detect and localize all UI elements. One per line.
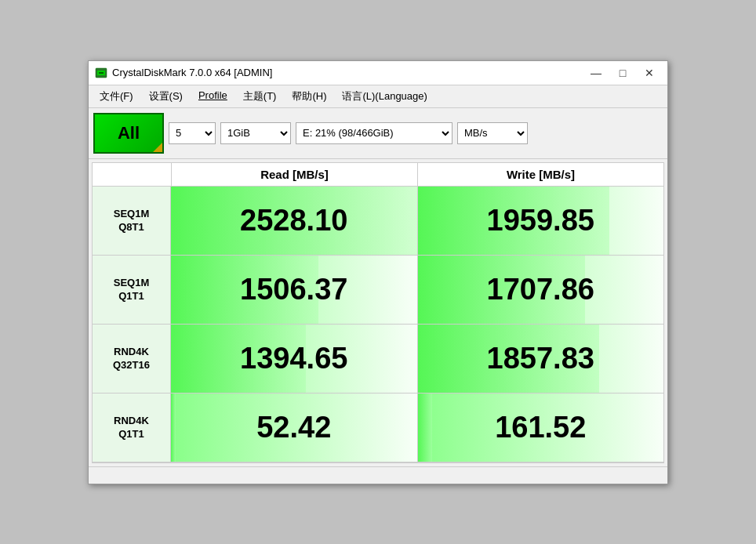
menubar: 文件(F) 设置(S) Profile 主题(T) 帮助(H) 语言(L)(La… (89, 85, 667, 108)
content-area: Read [MB/s] Write [MB/s] SEQ1M Q8T1 2528… (92, 162, 664, 463)
read-value-0: 2528.10 (240, 204, 347, 238)
read-value-1: 1506.37 (240, 273, 347, 306)
read-bar-3 (171, 393, 176, 462)
row-label-2: RND4K Q32T16 (93, 325, 171, 393)
titlebar-left: CrystalDiskMark 7.0.0 x64 [ADMIN] (95, 67, 272, 79)
menu-language[interactable]: 语言(L)(Language) (334, 87, 434, 106)
menu-profile[interactable]: Profile (191, 87, 235, 106)
row-write-2: 1857.83 (418, 325, 664, 393)
row-label-1: SEQ1M Q1T1 (93, 256, 171, 324)
label-line1-1: SEQ1M (114, 277, 150, 288)
label-line2-3: Q1T1 (118, 428, 144, 440)
row-read-3: 52.42 (171, 393, 418, 462)
table-row: RND4K Q32T16 1394.65 1857.83 (93, 325, 663, 393)
row-write-0: 1959.85 (418, 187, 664, 255)
label-line2-0: Q8T1 (118, 221, 144, 233)
row-label-3: RND4K Q1T1 (93, 393, 171, 462)
size-select[interactable]: 1GiB 512MiB 256MiB 4GiB (220, 122, 291, 144)
write-value-1: 1707.86 (487, 273, 594, 306)
row-read-0: 2528.10 (171, 187, 418, 255)
all-button[interactable]: All (93, 113, 164, 154)
write-value-0: 1959.85 (487, 204, 594, 238)
table-row: SEQ1M Q1T1 1506.37 1707.86 (93, 256, 663, 325)
row-write-3: 161.52 (418, 393, 664, 462)
row-read-2: 1394.65 (171, 325, 418, 393)
row-read-1: 1506.37 (171, 256, 418, 324)
titlebar: CrystalDiskMark 7.0.0 x64 [ADMIN] — □ ✕ (89, 61, 667, 85)
write-value-3: 161.52 (495, 411, 586, 444)
close-button[interactable]: ✕ (638, 64, 661, 82)
write-value-2: 1857.83 (487, 342, 594, 375)
titlebar-title: CrystalDiskMark 7.0.0 x64 [ADMIN] (112, 67, 272, 78)
row-label-0: SEQ1M Q8T1 (93, 187, 171, 255)
main-window: CrystalDiskMark 7.0.0 x64 [ADMIN] — □ ✕ … (88, 60, 668, 484)
svg-rect-2 (99, 72, 104, 74)
menu-settings[interactable]: 设置(S) (141, 87, 191, 106)
table-row: RND4K Q1T1 52.42 161.52 (93, 393, 663, 462)
read-value-3: 52.42 (256, 411, 331, 444)
label-line1-0: SEQ1M (114, 208, 150, 219)
label-line2-1: Q1T1 (118, 290, 144, 302)
drive-select[interactable]: E: 21% (98/466GiB) (296, 122, 453, 144)
unit-select[interactable]: MB/s GB/s IOPS μs (457, 122, 528, 144)
table-row: SEQ1M Q8T1 2528.10 1959.85 (93, 187, 663, 256)
menu-help[interactable]: 帮助(H) (284, 87, 334, 106)
label-line1-2: RND4K (114, 346, 149, 357)
menu-file[interactable]: 文件(F) (92, 87, 141, 106)
count-select[interactable]: 5 3 1 (169, 122, 216, 144)
app-icon (95, 67, 107, 79)
col-label-empty (93, 163, 171, 186)
write-bar-3 (418, 393, 433, 462)
data-rows: SEQ1M Q8T1 2528.10 1959.85 SEQ1M Q1T1 15… (93, 187, 663, 462)
toolbar: All 5 3 1 1GiB 512MiB 256MiB 4GiB E: 21%… (89, 108, 667, 159)
col-read-header: Read [MB/s] (171, 163, 417, 186)
read-value-2: 1394.65 (240, 342, 347, 375)
row-write-1: 1707.86 (418, 256, 664, 324)
titlebar-controls: — □ ✕ (584, 64, 661, 82)
table-header: Read [MB/s] Write [MB/s] (93, 163, 663, 187)
col-write-header: Write [MB/s] (417, 163, 663, 186)
statusbar (89, 466, 667, 484)
label-line1-3: RND4K (114, 415, 149, 426)
minimize-button[interactable]: — (584, 64, 608, 82)
maximize-button[interactable]: □ (611, 64, 634, 82)
label-line2-2: Q32T16 (113, 359, 150, 371)
menu-theme[interactable]: 主题(T) (235, 87, 285, 106)
